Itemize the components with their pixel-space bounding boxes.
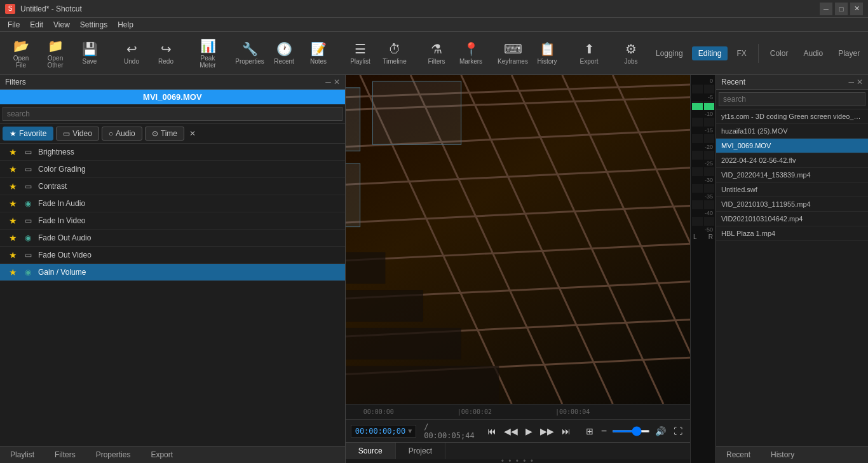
right-panel-close-icon[interactable]: ✕	[857, 78, 863, 86]
play-button[interactable]: ▶	[523, 425, 535, 438]
star-icon-fade-in-audio: ★	[8, 198, 18, 209]
mode-btn-logging[interactable]: Logging	[649, 46, 689, 60]
tab-history[interactable]: History	[761, 446, 804, 463]
go-start-button[interactable]: ⏮	[485, 425, 499, 438]
maximize-button[interactable]: □	[835, 3, 848, 15]
meter-bars-15	[692, 134, 714, 143]
filter-item-fade-out-video[interactable]: ★▭Fade Out Video	[0, 247, 345, 264]
playlist-button[interactable]: ☰Playlist	[344, 39, 376, 67]
open-file-button[interactable]: 📂Open File	[5, 36, 37, 71]
grid-toggle-button[interactable]: ⊞	[583, 425, 596, 438]
recent-item[interactable]: VID_20220414_153839.mp4	[716, 168, 868, 183]
mode-sep	[758, 44, 759, 63]
meter-label-35: -35	[692, 193, 714, 200]
redo-button[interactable]: ↪Redo	[150, 39, 182, 67]
recent-item[interactable]: VID_20210103_111955.mp4	[716, 197, 868, 212]
recent-item[interactable]: huzaifa101 (25).MOV	[716, 124, 868, 139]
save-button[interactable]: 💾Save	[74, 39, 105, 67]
meter-bar-l-35	[692, 200, 703, 209]
history-button[interactable]: 📋History	[531, 39, 563, 67]
open-other-button[interactable]: 📁Open Other	[39, 36, 71, 71]
submode-btn-audio[interactable]: Audio	[797, 46, 829, 60]
submode-btn-player[interactable]: Player	[832, 46, 866, 60]
filter-tab-audio[interactable]: ○Audio	[102, 127, 142, 141]
menu-item-file[interactable]: File	[3, 19, 25, 31]
menu-item-view[interactable]: View	[48, 19, 75, 31]
filter-label-fade-in-audio: Fade In Audio	[38, 199, 85, 208]
meter-bar-l-40	[692, 217, 703, 226]
minimize-button[interactable]: ─	[820, 3, 832, 15]
filter-item-contrast[interactable]: ★▭Contrast	[0, 178, 345, 195]
filters-btab-export[interactable]: Export	[140, 446, 183, 463]
filter-item-fade-in-video[interactable]: ★▭Fade In Video	[0, 212, 345, 230]
recent-item[interactable]: yt1s.com - 3D coding Green screen video_…	[716, 109, 868, 124]
fullscreen-button[interactable]: ⛶	[671, 425, 685, 438]
recent-item[interactable]: Untitled.swf	[716, 183, 868, 197]
filters-btab-playlist[interactable]: Playlist	[0, 446, 44, 463]
filters-close-tab[interactable]: ✕	[189, 129, 196, 138]
menubar: FileEditViewSettingsHelp	[0, 18, 868, 32]
timeline-button[interactable]: ⏱Timeline	[379, 39, 410, 67]
filter-item-gain-volume[interactable]: ★◉Gain / Volume	[0, 264, 345, 281]
filters-close-icon[interactable]: ✕	[334, 78, 340, 86]
filters-icon: ⚗	[431, 41, 442, 57]
timecode-dropdown-icon[interactable]: ▼	[408, 427, 412, 434]
filter-item-fade-out-audio[interactable]: ★◉Fade Out Audio	[0, 230, 345, 247]
tab-recent[interactable]: Recent	[716, 446, 761, 463]
filters-search-input[interactable]	[3, 107, 342, 121]
markers-button[interactable]: 📍Markers	[455, 39, 487, 67]
filter-tab-favorite[interactable]: ★Favorite	[3, 127, 53, 141]
recent-label: Recent	[274, 58, 294, 65]
next-frame-button[interactable]: ▶▶	[538, 425, 557, 438]
properties-button[interactable]: 🔧Properties	[234, 39, 266, 67]
menu-item-help[interactable]: Help	[112, 19, 139, 31]
volume-slider[interactable]	[612, 430, 650, 432]
right-panel-minimize-icon[interactable]: ─	[848, 78, 854, 86]
recent-search-input[interactable]	[719, 92, 865, 106]
playlist-label: Playlist	[350, 58, 370, 65]
timecode-display: 00:00:00;00 ▼	[351, 425, 417, 438]
undo-button[interactable]: ↩Undo	[116, 39, 147, 67]
recent-button[interactable]: 🕐Recent	[268, 39, 300, 67]
playlist-icon: ☰	[355, 41, 366, 57]
recent-item[interactable]: HBL Plaza 1.mp4	[716, 226, 868, 241]
filter-label-brightness: Brightness	[38, 148, 74, 156]
titlebar: S Untitled* - Shotcut ─ □ ✕	[0, 0, 868, 18]
filter-tab-time[interactable]: ⊙Time	[145, 127, 184, 141]
menu-item-edit[interactable]: Edit	[25, 19, 48, 31]
recent-item[interactable]: 2022-04-24 02-56-42.flv	[716, 153, 868, 168]
type-icon-fade-out-video: ▭	[23, 250, 33, 260]
menu-item-settings[interactable]: Settings	[75, 19, 112, 31]
filters-btab-properties[interactable]: Properties	[86, 446, 141, 463]
jobs-button[interactable]: ⚙Jobs	[615, 39, 647, 67]
filters-button[interactable]: ⚗Filters	[421, 39, 452, 67]
recent-item[interactable]: MVI_0069.MOV	[716, 139, 868, 153]
meter-label-0: 0	[692, 78, 714, 84]
tab-project[interactable]: Project	[396, 443, 445, 459]
filters-btab-filters[interactable]: Filters	[44, 446, 86, 463]
submode-btn-color[interactable]: Color	[764, 46, 795, 60]
keyframes-button[interactable]: ⌨Keyframes	[497, 39, 529, 67]
prev-frame-button[interactable]: ◀◀	[501, 425, 520, 438]
notes-button[interactable]: 📝Notes	[302, 39, 334, 67]
star-icon-fade-out-audio: ★	[8, 233, 18, 243]
go-end-button[interactable]: ⏭	[559, 425, 573, 438]
tab-source[interactable]: Source	[346, 443, 396, 459]
filter-tab-video[interactable]: ▭Video	[56, 127, 98, 141]
volume-button[interactable]: 🔊	[653, 425, 668, 438]
meter-bars-35	[692, 200, 714, 209]
recent-item[interactable]: VID20210103104642.mp4	[716, 212, 868, 226]
svg-rect-16	[346, 88, 360, 151]
peak-meter-button[interactable]: 📊Peak Meter	[192, 36, 224, 71]
view-controls: ⊞ − 🔊 ⛶	[583, 424, 685, 438]
export-button[interactable]: ⬆Export	[573, 39, 605, 67]
filter-tab-label-favorite: Favorite	[19, 129, 46, 138]
close-button[interactable]: ✕	[850, 3, 863, 15]
mode-btn-editing[interactable]: Editing	[692, 46, 728, 60]
mode-btn-fx[interactable]: FX	[730, 46, 752, 60]
filter-item-fade-in-audio[interactable]: ★◉Fade In Audio	[0, 195, 345, 212]
zoom-out-button[interactable]: −	[599, 424, 609, 438]
filter-item-color-grading[interactable]: ★▭Color Grading	[0, 161, 345, 178]
filter-item-brightness[interactable]: ★▭Brightness	[0, 144, 345, 161]
filters-minimize-icon[interactable]: ─	[325, 78, 331, 86]
